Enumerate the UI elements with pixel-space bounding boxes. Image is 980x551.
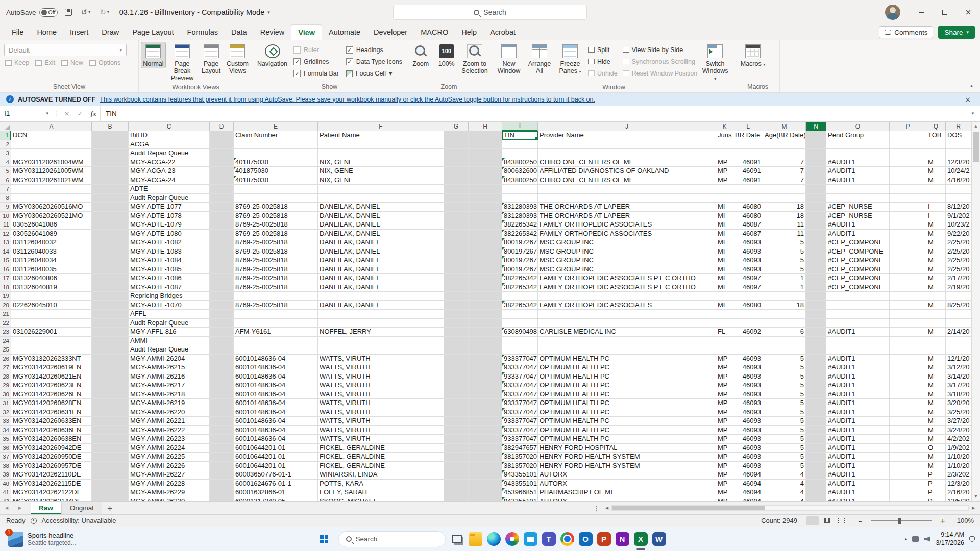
navigation-button[interactable]: Navigation: [255, 42, 289, 68]
cell-Q15[interactable]: M: [926, 256, 946, 265]
cell-L41[interactable]: 46094: [733, 488, 763, 497]
cell-O40[interactable]: #AUDIT1: [826, 480, 890, 489]
cell-E15[interactable]: 8769-25-0025818: [234, 256, 318, 265]
cell-L40[interactable]: 46094: [733, 480, 763, 489]
cell-I31[interactable]: 933377047: [502, 399, 538, 408]
cell-C42[interactable]: MGY-AMMI-26230: [129, 497, 210, 502]
cell-H30[interactable]: [469, 390, 502, 399]
cell-I42[interactable]: 943355101: [502, 497, 538, 502]
cell-E29[interactable]: 60010148636-04: [234, 381, 318, 390]
cell-J40[interactable]: AUTORX: [538, 480, 716, 489]
cell-D39[interactable]: [210, 470, 234, 480]
cell-E41[interactable]: 60001632866-01: [234, 488, 318, 497]
cell-J6[interactable]: CHIRO ONE CENTERS OF MI: [538, 176, 716, 185]
cell-P17[interactable]: [890, 274, 926, 283]
cell-K4[interactable]: MP: [716, 158, 733, 167]
cell-L18[interactable]: 46097: [733, 283, 763, 292]
cell-Q16[interactable]: M: [926, 265, 946, 274]
cell-B38[interactable]: [92, 462, 129, 471]
cell-J37[interactable]: HENRY FORD HEALTH SYSTEM: [538, 453, 716, 462]
cell-K32[interactable]: MP: [716, 408, 733, 417]
cell-H8[interactable]: [469, 194, 502, 203]
cell-K41[interactable]: MP: [716, 488, 733, 497]
cell-D27[interactable]: [210, 363, 234, 372]
cell-H37[interactable]: [469, 453, 502, 462]
cell-O4[interactable]: #AUDIT1: [826, 158, 890, 167]
cell-B1[interactable]: [92, 131, 129, 140]
ribbon-collapse-icon[interactable]: [970, 83, 973, 88]
cell-M35[interactable]: 5: [763, 435, 806, 444]
row-header-3[interactable]: 3: [0, 149, 11, 158]
cell-L5[interactable]: 46091: [733, 167, 763, 176]
cell-F11[interactable]: DANEILAK, DANIEL: [318, 220, 444, 230]
cell-E24[interactable]: [234, 337, 318, 346]
cell-G1[interactable]: [444, 131, 469, 140]
cell-A33[interactable]: MGY031420260633EN: [11, 417, 92, 426]
cell-O24[interactable]: [826, 337, 890, 346]
cell-R38[interactable]: 1/10/20: [946, 462, 971, 471]
cell-R28[interactable]: 3/14/20: [946, 372, 971, 382]
cell-J27[interactable]: OPTIMUM HEALTH PC: [538, 363, 716, 372]
cell-H35[interactable]: [469, 435, 502, 444]
cell-R16[interactable]: 2/25/20: [946, 265, 971, 274]
cell-K42[interactable]: MP: [716, 497, 733, 502]
row-header-18[interactable]: 18: [0, 283, 11, 292]
cell-H36[interactable]: [469, 444, 502, 453]
cell-H20[interactable]: [469, 301, 502, 310]
cell-K3[interactable]: [716, 149, 733, 158]
cell-D34[interactable]: [210, 426, 234, 435]
teams-icon[interactable]: T: [542, 532, 556, 546]
cell-Q22[interactable]: [926, 319, 946, 328]
cell-M13[interactable]: 5: [763, 238, 806, 247]
cell-L24[interactable]: [733, 337, 763, 346]
cell-R20[interactable]: 8/25/20: [946, 301, 971, 310]
cell-H7[interactable]: [469, 185, 502, 194]
cell-L34[interactable]: 46093: [733, 426, 763, 435]
cell-M22[interactable]: [763, 319, 806, 328]
cell-G7[interactable]: [444, 185, 469, 194]
cell-R24[interactable]: [946, 337, 971, 346]
cell-F10[interactable]: DANEILAK, DANIEL: [318, 212, 444, 221]
cell-F1[interactable]: Patient Name: [318, 131, 444, 140]
cell-M21[interactable]: [763, 310, 806, 319]
cell-P40[interactable]: [890, 480, 926, 489]
cell-R25[interactable]: [946, 345, 971, 355]
cell-E39[interactable]: 60003650776-01-1: [234, 470, 318, 480]
cell-Q18[interactable]: M: [926, 283, 946, 292]
row-header-37[interactable]: 37: [0, 453, 11, 462]
cell-G16[interactable]: [444, 265, 469, 274]
cell-Q27[interactable]: M: [926, 363, 946, 372]
autosave-switch-icon[interactable]: Off: [39, 8, 58, 17]
cell-N28[interactable]: [806, 372, 826, 382]
cell-K38[interactable]: MP: [716, 462, 733, 471]
cell-L37[interactable]: 46093: [733, 453, 763, 462]
word-icon[interactable]: W: [652, 532, 666, 546]
scroll-right-icon[interactable]: [969, 506, 978, 510]
cell-J3[interactable]: [538, 149, 716, 158]
cell-J26[interactable]: OPTIMUM HEALTH PC: [538, 355, 716, 364]
cell-A15[interactable]: 031126040034: [11, 256, 92, 265]
cell-J30[interactable]: OPTIMUM HEALTH PC: [538, 390, 716, 399]
cell-I12[interactable]: 382265342: [502, 230, 538, 239]
cell-J42[interactable]: AUTORX: [538, 497, 716, 502]
cell-K17[interactable]: MI: [716, 274, 733, 283]
cell-R42[interactable]: 12/5/20: [946, 497, 971, 502]
cell-N20[interactable]: [806, 301, 826, 310]
cell-N35[interactable]: [806, 435, 826, 444]
cell-E25[interactable]: [234, 345, 318, 355]
cell-O22[interactable]: [826, 319, 890, 328]
cell-A24[interactable]: [11, 337, 92, 346]
cell-E38[interactable]: 60010644201-01: [234, 462, 318, 471]
cell-K10[interactable]: MI: [716, 212, 733, 221]
cell-Q37[interactable]: M: [926, 453, 946, 462]
row-header-14[interactable]: 14: [0, 247, 11, 257]
cell-B15[interactable]: [92, 256, 129, 265]
cell-H3[interactable]: [469, 149, 502, 158]
name-box-chevron-icon[interactable]: [46, 111, 48, 116]
cell-N11[interactable]: [806, 220, 826, 230]
cell-G38[interactable]: [444, 462, 469, 471]
ruler-checkbox[interactable]: Ruler: [293, 45, 339, 55]
cell-M29[interactable]: 5: [763, 381, 806, 390]
cell-P9[interactable]: [890, 203, 926, 212]
cell-P8[interactable]: [890, 194, 926, 203]
